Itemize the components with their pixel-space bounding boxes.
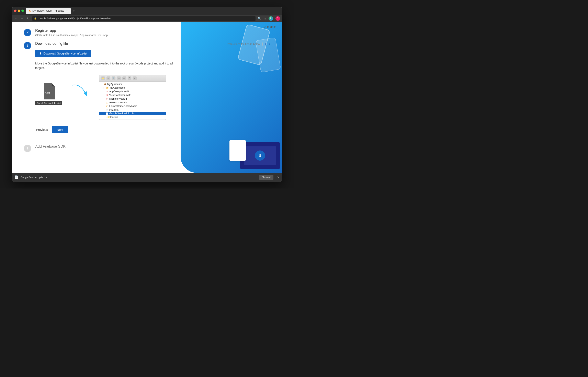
xcode-row-assets[interactable]: ⬚ Assets.xcassets [99, 101, 166, 104]
address-field[interactable]: 🔒 console.firebase.google.com/u/0/projec… [32, 16, 256, 21]
download-button-label: Download GoogleService-Info.plist [43, 52, 87, 55]
assets-file: Assets.xcassets [109, 101, 127, 104]
xcode-illustration: PLIST GoogleService-Info.plist [35, 75, 270, 120]
diamond-tool-icon[interactable]: ◇ [122, 76, 126, 80]
xcode-row-launchscreen[interactable]: ◱ LaunchScreen.storyboard [99, 104, 166, 108]
products-row: ▸ 📁 Products [99, 115, 166, 119]
folder-chevron-icon: ▾ [103, 87, 105, 89]
warning-tool-icon[interactable]: ⚠ [117, 76, 121, 80]
xcode-row-root[interactable]: ▾ 📦 MyApplication [99, 82, 166, 86]
plist-icon: 📄 [106, 108, 109, 111]
xcode-row-main-storyboard[interactable]: ◱ Main.storyboard [99, 97, 166, 101]
folder-name: MyApplication [110, 86, 125, 89]
nav-buttons: Previous Next [35, 126, 270, 133]
new-tab-button[interactable]: + [72, 9, 76, 12]
chevron-icon: ▾ [101, 83, 103, 85]
step-1-subtitle: iOS bundle ID: io.paulhalliday.myapp, Ap… [35, 34, 270, 37]
instructions-area: Instructions for Xcode below | C++ [227, 42, 270, 46]
step-3-title: Add Firebase SDK [35, 144, 270, 149]
xcode-window: 📁 ⊞ 🔍 ⚠ ◇ ☰ ⤢ ▾ [99, 75, 166, 120]
tab-close-button[interactable]: ✕ [65, 9, 68, 12]
browser-icons: 🔍 ☆ P G [258, 16, 280, 21]
maximize-traffic-light[interactable] [21, 10, 24, 12]
search-icon[interactable]: 🔍 [258, 17, 261, 20]
step-3-content: Add Firebase SDK [35, 144, 270, 150]
swift-icon-2: S [106, 94, 109, 97]
active-tab[interactable]: 🔥 MyAlligatorProject – Firebase ✕ [26, 8, 71, 14]
infoplist-file: Info.plist [109, 108, 118, 111]
bookmark-icon[interactable]: ☆ [263, 17, 266, 20]
main-storyboard-file: Main.storyboard [109, 97, 127, 100]
viewcontroller-file: ViewController.swift [109, 94, 130, 97]
hierarchy-tool-icon[interactable]: ⊞ [106, 76, 110, 80]
forward-button[interactable]: → [20, 17, 24, 20]
content-area: ⬇ Go to docs ✓ Register app iOS bundle I… [12, 22, 282, 173]
xcode-toolbar: 📁 ⊞ 🔍 ⚠ ◇ ☰ ⤢ [99, 75, 166, 82]
close-traffic-light[interactable] [14, 10, 16, 12]
download-filename: GoogleService....plist [21, 176, 44, 179]
list-tool-icon[interactable]: ☰ [128, 76, 131, 80]
url-text: console.firebase.google.com/u/0/project/… [38, 17, 254, 20]
show-all-button[interactable]: Show All [259, 175, 274, 180]
xcode-row-folder[interactable]: ▾ 📂 MyApplication [99, 86, 166, 90]
step-2-icon: 2 [24, 42, 31, 49]
step-3: 3 Add Firebase SDK [24, 144, 270, 152]
user-avatar-2[interactable]: G [275, 16, 280, 21]
back-button[interactable]: ← [14, 17, 18, 20]
step-2-header: Download config file Instructions for Xc… [35, 41, 270, 47]
cpp-link[interactable]: C++ [265, 43, 270, 46]
tab-title: MyAlligatorProject – Firebase [32, 9, 64, 12]
googleservice-file: GoogleService-Info.plist [109, 112, 135, 115]
download-chevron-icon[interactable]: ▲ [46, 176, 48, 178]
reload-button[interactable]: ↻ [26, 17, 30, 20]
tab-area: 🔥 MyAlligatorProject – Firebase ✕ + [26, 8, 280, 14]
main-content: ✓ Register app iOS bundle ID: io.paulhal… [12, 22, 282, 173]
plist-file-icon: PLIST [42, 83, 55, 99]
step-2-content: Download config file Instructions for Xc… [35, 41, 270, 140]
file-label: GoogleService-Info.plist [35, 101, 62, 105]
xcode-row-viewcontroller[interactable]: S ViewController.swift [99, 93, 166, 97]
expand-tool-icon[interactable]: ⤢ [133, 76, 137, 80]
browser-window: 🔥 MyAlligatorProject – Firebase ✕ + ← → … [12, 7, 282, 182]
folder-icon: 📂 [106, 86, 109, 89]
user-avatar-1[interactable]: P [269, 16, 273, 21]
download-button[interactable]: ⬇ Download GoogleService-Info.plist [35, 50, 91, 57]
download-close-button[interactable]: ✕ [277, 176, 280, 179]
step-2: 2 Download config file Instructions for … [24, 41, 270, 140]
xcode-row-googleservice[interactable]: 📄 GoogleService-Info.plist [99, 112, 166, 115]
step-2-title: Download config file [35, 41, 68, 46]
storyboard-icon: ◱ [106, 97, 109, 100]
xcode-row-infoplist[interactable]: 📄 Info.plist [99, 108, 166, 112]
project-name: MyApplication [107, 83, 123, 86]
previous-button[interactable]: Previous [35, 126, 49, 133]
lock-icon: 🔒 [34, 17, 37, 20]
file-icon-container: PLIST GoogleService-Info.plist [35, 83, 62, 105]
launch-icon: ◱ [106, 105, 109, 107]
svg-text:PLIST: PLIST [45, 92, 50, 94]
instructions-label: Instructions for Xcode below [227, 43, 260, 46]
xcode-file-tree: ▾ 📦 MyApplication ▾ 📂 MyApplication [99, 82, 166, 119]
addressbar: ← → ↻ 🔒 console.firebase.google.com/u/0/… [12, 15, 282, 22]
instruction-text: Move the GoogleService-Info.plist file y… [35, 61, 178, 70]
search-tool-icon[interactable]: 🔍 [112, 76, 115, 80]
appdelegate-file: AppDelegate.swift [109, 90, 129, 93]
project-icon: 📦 [104, 83, 106, 86]
go-to-docs-link[interactable]: Go to docs [263, 25, 276, 28]
step-1-content: Register app iOS bundle ID: io.paulhalli… [35, 28, 270, 37]
next-button[interactable]: Next [52, 126, 68, 133]
traffic-lights [14, 10, 24, 12]
xcode-row-appdelegate[interactable]: S AppDelegate.swift [99, 90, 166, 93]
minimize-traffic-light[interactable] [18, 10, 20, 12]
separator: | [262, 42, 263, 46]
googleservice-plist-icon: 📄 [106, 112, 109, 115]
folder-tool-icon[interactable]: 📁 [101, 76, 105, 80]
assets-icon: ⬚ [106, 101, 109, 104]
launchscreen-file: LaunchScreen.storyboard [109, 105, 137, 107]
step-1-icon: ✓ [24, 29, 31, 36]
step-3-icon: 3 [24, 145, 31, 152]
titlebar: 🔥 MyAlligatorProject – Firebase ✕ + [12, 7, 282, 15]
download-icon: ⬇ [39, 52, 42, 55]
download-file-icon: 📄 [14, 175, 19, 179]
step-1: ✓ Register app iOS bundle ID: io.paulhal… [24, 28, 270, 37]
tab-favicon: 🔥 [28, 9, 31, 12]
